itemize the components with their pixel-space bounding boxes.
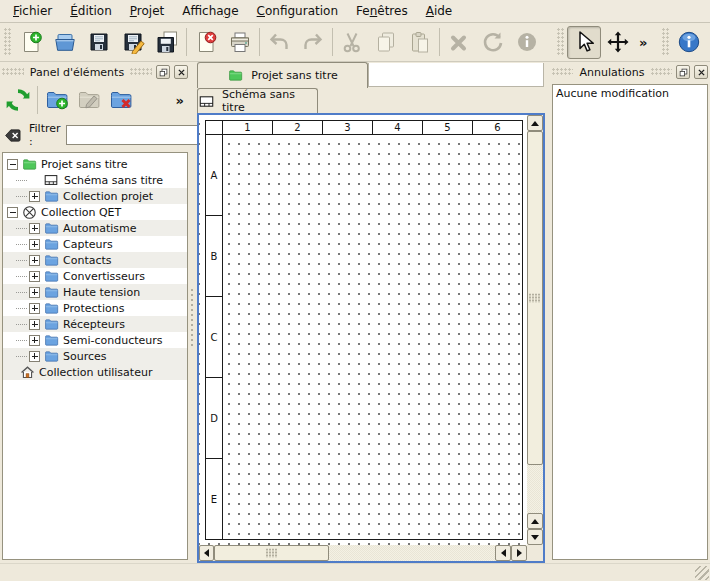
undo-history-item[interactable]: Aucune modification [553,85,707,102]
save-as-button[interactable] [116,26,150,59]
undo-button[interactable] [262,26,296,59]
menu-item-3[interactable]: Affichage [173,1,247,21]
tree-item-collection-qet[interactable]: Collection QET [3,204,187,220]
expand-icon[interactable] [29,223,40,234]
move-icon [606,30,630,54]
titlebar-grip[interactable] [651,68,672,76]
titlebar-grip[interactable] [130,68,152,76]
project-tab[interactable]: Projet sans titre [197,62,368,88]
cut-button[interactable] [335,26,369,59]
filter-input[interactable] [66,125,219,145]
collapse-icon[interactable] [7,159,18,170]
menu-item-1[interactable]: Édition [61,1,121,21]
close-icon [177,68,186,77]
resize-grip[interactable] [695,566,709,580]
clear-filter-button[interactable] [2,125,24,145]
scroll-left-button[interactable] [199,545,214,561]
toolbar-separator [439,28,440,56]
tree-item-protections[interactable]: Protections [3,300,187,316]
new-document-button[interactable] [14,26,48,59]
toolbar-grip[interactable] [4,28,11,56]
tree-item-label: Récepteurs [63,318,125,331]
float-panel-button[interactable] [156,65,170,79]
tree-item-label: Collection projet [63,190,153,203]
scroll-left-button[interactable] [495,545,511,561]
save-all-button[interactable] [150,26,184,59]
horizontal-scrollbar[interactable] [199,545,527,561]
redo-button[interactable] [296,26,330,59]
scroll-up-button[interactable] [527,115,543,131]
tree-item-collection-utilisateur[interactable]: Collection utilisateur [3,364,187,380]
tree-item-contacts[interactable]: Contacts [3,252,187,268]
tree-item-projet-sans-titre[interactable]: Projet sans titre [3,156,187,172]
expand-icon[interactable] [29,287,40,298]
horizontal-scrollbar-thumb[interactable] [214,545,329,561]
collapse-icon[interactable] [7,207,18,218]
toolbar-grip[interactable] [662,28,669,56]
delete-category-icon [109,88,133,112]
rotate-button[interactable] [476,26,510,59]
info-icon [515,30,539,54]
toolbar-grip[interactable] [557,28,564,56]
delete-button[interactable] [442,26,476,59]
expand-icon[interactable] [29,255,40,266]
delete-category-button[interactable] [105,84,137,116]
reload-button[interactable] [2,84,34,116]
tree-item-convertisseurs[interactable]: Convertisseurs [3,268,187,284]
float-panel-button[interactable] [676,65,690,79]
print-button[interactable] [223,26,257,59]
open-document-button[interactable] [48,26,82,59]
expand-icon[interactable] [29,319,40,330]
tree-item-label: Collection utilisateur [39,366,152,379]
schema-tab[interactable]: Schéma sans titre [197,88,318,113]
tree-branch-line [16,196,27,197]
expand-icon[interactable] [29,351,40,362]
splitter-handle[interactable] [190,288,196,346]
tree-item-semi-conducteurs[interactable]: Semi-conducteurs [3,332,187,348]
close-document-button[interactable] [189,26,223,59]
expand-icon[interactable] [29,239,40,250]
tree-item-capteurs[interactable]: Capteurs [3,236,187,252]
expand-icon[interactable] [29,191,40,202]
menu-item-4[interactable]: Configuration [248,1,347,21]
tree-item-collection-projet[interactable]: Collection projet [3,188,187,204]
close-panel-button[interactable] [694,65,708,79]
diagram-canvas[interactable]: 123456ABCDE [199,115,527,545]
close-panel-button[interactable] [174,65,188,79]
tree-item-sources[interactable]: Sources [3,348,187,364]
info-button[interactable] [510,26,544,59]
titlebar-grip[interactable] [552,68,573,76]
menu-item-2[interactable]: Projet [121,1,173,21]
edit-category-button[interactable] [73,84,105,116]
titlebar-grip[interactable] [2,68,24,76]
scroll-down-button[interactable] [527,529,543,545]
menu-item-5[interactable]: Fenêtres [347,1,417,21]
tree-item-r-cepteurs[interactable]: Récepteurs [3,316,187,332]
new-category-button[interactable] [41,84,73,116]
save-button[interactable] [82,26,116,59]
toolbar-separator [259,28,260,56]
tree-branch-line [16,276,27,277]
move-button[interactable] [601,26,635,59]
info-blue-button[interactable] [672,26,706,59]
menu-item-6[interactable]: Aide [417,1,462,21]
expand-icon[interactable] [29,335,40,346]
tree-item-automatisme[interactable]: Automatisme [3,220,187,236]
toolbar-overflow-button[interactable]: » [706,35,710,50]
scroll-right-button[interactable] [511,545,527,561]
expand-icon[interactable] [29,303,40,314]
menu-item-0[interactable]: Fichier [4,1,61,21]
select-cursor-button[interactable] [567,26,601,59]
column-header-1: 1 [222,120,273,135]
vertical-scrollbar-thumb[interactable] [527,131,543,465]
tree-item-sch-ma-sans-titre[interactable]: Schéma sans titre [3,172,187,188]
tree-item-haute-tension[interactable]: Haute tension [3,284,187,300]
expand-icon[interactable] [29,271,40,282]
paste-button[interactable] [403,26,437,59]
scroll-up-button[interactable] [527,513,543,529]
tree-branch-line [16,308,27,309]
panel-toolbar-overflow-button[interactable]: » [172,93,188,108]
toolbar-overflow-button[interactable]: » [635,35,651,50]
vertical-scrollbar[interactable] [527,115,543,545]
copy-button[interactable] [369,26,403,59]
